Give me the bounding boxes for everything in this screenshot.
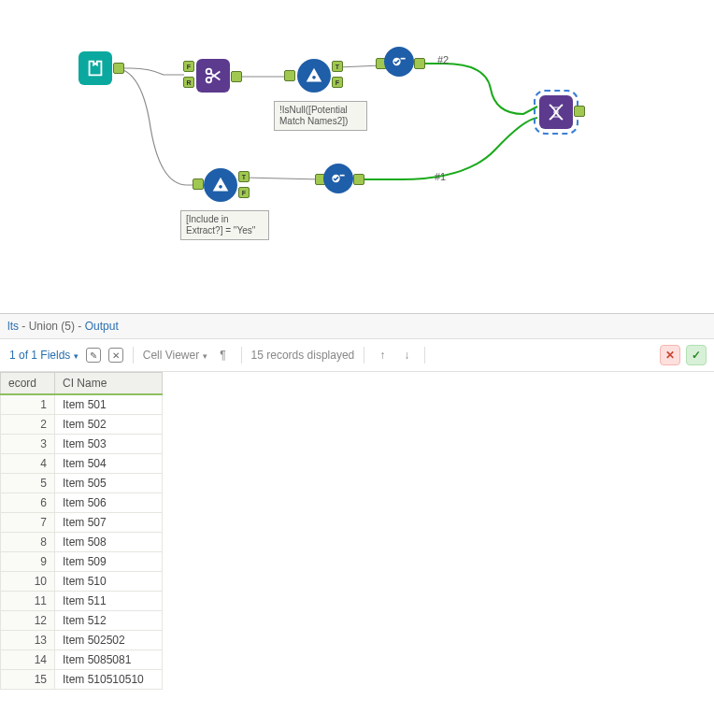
check-icon <box>329 169 348 188</box>
ci-name-cell: Item 505 <box>55 474 163 493</box>
select-tool-bottom[interactable] <box>323 164 353 193</box>
record-cell: 13 <box>1 631 55 650</box>
record-cell: 2 <box>1 415 55 435</box>
separator <box>364 347 364 364</box>
svg-point-4 <box>219 185 222 189</box>
output-anchor[interactable] <box>231 71 242 82</box>
results-title-link[interactable]: lts <box>7 320 19 333</box>
filter-annotation-top: !IsNull([Potential Match Names2]) <box>274 101 367 131</box>
cell-viewer-dropdown[interactable]: Cell Viewer ▾ <box>143 349 207 362</box>
record-cell: 1 <box>1 394 55 415</box>
separator <box>133 347 134 364</box>
input-anchor-r[interactable]: R <box>183 77 194 88</box>
input-anchor-f[interactable]: F <box>183 61 194 72</box>
separator <box>241 347 242 364</box>
filter-tool-bottom[interactable] <box>204 168 237 202</box>
table-row[interactable]: 7Item 507 <box>1 513 163 533</box>
output-anchor-f[interactable]: F <box>238 187 250 198</box>
close-button[interactable]: ✕ <box>660 345 680 365</box>
record-cell: 11 <box>1 592 55 611</box>
fields-selector[interactable]: 1 of 1 Fields ▾ <box>9 349 79 362</box>
ci-name-cell: Item 504 <box>55 454 163 474</box>
book-icon <box>85 58 106 79</box>
output-anchor-t[interactable]: T <box>332 61 343 72</box>
output-anchor-t[interactable]: T <box>238 171 250 182</box>
record-cell: 10 <box>1 572 55 592</box>
results-header: lts - Union (5) - Output <box>0 314 714 339</box>
column-header-record[interactable]: ecord <box>1 373 55 395</box>
results-panel: lts - Union (5) - Output 1 of 1 Fields ▾… <box>0 313 714 690</box>
record-cell: 5 <box>1 474 55 493</box>
input-anchor[interactable] <box>193 178 204 190</box>
wire-layer <box>0 0 714 313</box>
ci-name-cell: Item 512 <box>55 611 163 631</box>
record-cell: 12 <box>1 611 55 631</box>
record-cell: 9 <box>1 552 55 572</box>
record-cell: 4 <box>1 454 55 474</box>
chevron-down-icon: ▾ <box>74 351 79 361</box>
output-anchor[interactable] <box>414 58 425 69</box>
svg-point-2 <box>312 76 316 79</box>
record-cell: 6 <box>1 493 55 513</box>
record-cell: 7 <box>1 513 55 533</box>
output-anchor[interactable] <box>353 174 364 185</box>
filter-annotation-bottom: [Include in Extract?] = "Yes" <box>180 210 269 240</box>
arrow-up-icon[interactable]: ↑ <box>374 347 391 364</box>
select-tool-top[interactable] <box>384 47 414 77</box>
filter-icon <box>210 175 231 195</box>
table-row[interactable]: 9Item 509 <box>1 552 163 572</box>
ci-name-cell: Item 509 <box>55 552 163 572</box>
table-row[interactable]: 11Item 511 <box>1 592 163 611</box>
table-row[interactable]: 2Item 502 <box>1 415 163 435</box>
table-row[interactable]: 14Item 5085081 <box>1 650 163 670</box>
results-grid[interactable]: ecord CI Name 1Item 5012Item 5023Item 50… <box>0 372 714 690</box>
table-row[interactable]: 6Item 506 <box>1 493 163 513</box>
filter-tool-top[interactable] <box>297 59 331 93</box>
filter-icon <box>304 65 324 86</box>
ci-name-cell: Item 501 <box>55 394 163 415</box>
union-tool[interactable] <box>539 95 573 129</box>
edit-icon[interactable]: ✎ <box>86 348 101 363</box>
results-title-mid: - Union (5) - <box>19 320 85 333</box>
formula-tool[interactable] <box>196 59 230 93</box>
table-row[interactable]: 5Item 505 <box>1 474 163 493</box>
ci-name-cell: Item 503 <box>55 435 163 454</box>
separator <box>424 347 425 364</box>
connector-label-1: #1 <box>435 171 446 182</box>
apply-button[interactable]: ✓ <box>686 345 707 365</box>
table-row[interactable]: 12Item 512 <box>1 611 163 631</box>
ci-name-cell: Item 502 <box>55 415 163 435</box>
table-row[interactable]: 15Item 510510510 <box>1 670 163 690</box>
output-anchor[interactable] <box>113 63 124 74</box>
check-icon <box>390 52 408 71</box>
scissors-icon <box>203 65 223 86</box>
arrow-down-icon[interactable]: ↓ <box>398 347 415 364</box>
chevron-down-icon: ▾ <box>203 351 207 361</box>
clear-icon[interactable]: ✕ <box>108 348 123 363</box>
output-anchor-f[interactable]: F <box>332 77 343 88</box>
ci-name-cell: Item 511 <box>55 592 163 611</box>
record-cell: 8 <box>1 533 55 552</box>
workflow-canvas[interactable]: F R T F !IsNull([Potential Match Names2]… <box>0 0 714 313</box>
input-data-tool[interactable] <box>79 51 112 85</box>
ci-name-cell: Item 507 <box>55 513 163 533</box>
ci-name-cell: Item 502502 <box>55 631 163 650</box>
results-title-output[interactable]: Output <box>85 320 119 333</box>
record-cell: 14 <box>1 650 55 670</box>
table-row[interactable]: 1Item 501 <box>1 394 163 415</box>
input-anchor[interactable] <box>284 70 295 81</box>
record-cell: 3 <box>1 435 55 454</box>
table-row[interactable]: 8Item 508 <box>1 533 163 552</box>
connector-label-2: #2 <box>437 54 449 65</box>
ci-name-cell: Item 506 <box>55 493 163 513</box>
ci-name-cell: Item 510 <box>55 572 163 592</box>
ci-name-cell: Item 508 <box>55 533 163 552</box>
table-row[interactable]: 13Item 502502 <box>1 631 163 650</box>
column-header-ci-name[interactable]: CI Name <box>55 373 163 395</box>
pilcrow-icon[interactable]: ¶ <box>215 347 232 364</box>
results-toolbar: 1 of 1 Fields ▾ ✎ ✕ Cell Viewer ▾ ¶ 15 r… <box>0 339 714 372</box>
output-anchor[interactable] <box>574 106 585 117</box>
table-row[interactable]: 3Item 503 <box>1 435 163 454</box>
table-row[interactable]: 10Item 510 <box>1 572 163 592</box>
table-row[interactable]: 4Item 504 <box>1 454 163 474</box>
